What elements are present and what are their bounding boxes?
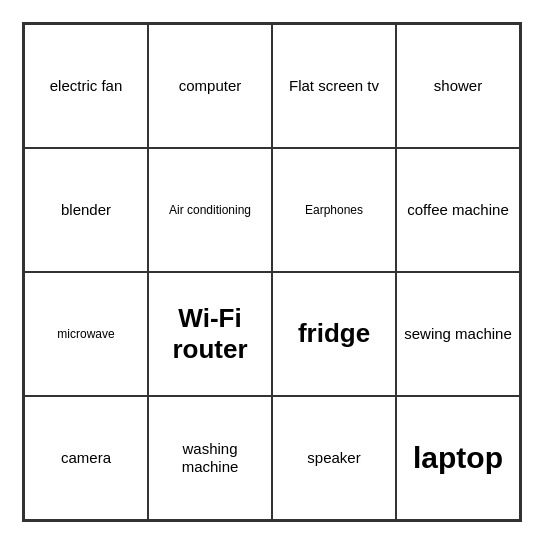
cell-label-r3c1: washing machine — [155, 440, 265, 476]
cell-label-r1c1: Air conditioning — [169, 203, 251, 217]
cell-label-r1c3: coffee machine — [407, 201, 508, 219]
cell-label-r2c0: microwave — [57, 327, 114, 341]
bingo-cell-r3c1: washing machine — [148, 396, 272, 520]
cell-label-r2c3: sewing machine — [404, 325, 512, 343]
cell-label-r0c3: shower — [434, 77, 482, 95]
cell-label-r2c2: fridge — [298, 318, 370, 349]
bingo-cell-r0c2: Flat screen tv — [272, 24, 396, 148]
cell-label-r3c3: laptop — [413, 440, 503, 476]
bingo-cell-r1c0: blender — [24, 148, 148, 272]
cell-label-r3c0: camera — [61, 449, 111, 467]
bingo-cell-r2c1: Wi-Fi router — [148, 272, 272, 396]
bingo-cell-r2c2: fridge — [272, 272, 396, 396]
bingo-cell-r0c3: shower — [396, 24, 520, 148]
bingo-cell-r2c0: microwave — [24, 272, 148, 396]
bingo-grid: electric fancomputerFlat screen tvshower… — [22, 22, 522, 522]
cell-label-r3c2: speaker — [307, 449, 360, 467]
bingo-cell-r2c3: sewing machine — [396, 272, 520, 396]
cell-label-r1c2: Earphones — [305, 203, 363, 217]
cell-label-r0c1: computer — [179, 77, 242, 95]
cell-label-r2c1: Wi-Fi router — [155, 303, 265, 365]
bingo-cell-r1c1: Air conditioning — [148, 148, 272, 272]
bingo-cell-r3c3: laptop — [396, 396, 520, 520]
cell-label-r1c0: blender — [61, 201, 111, 219]
bingo-cell-r3c0: camera — [24, 396, 148, 520]
bingo-cell-r1c3: coffee machine — [396, 148, 520, 272]
bingo-cell-r1c2: Earphones — [272, 148, 396, 272]
bingo-cell-r0c0: electric fan — [24, 24, 148, 148]
bingo-cell-r0c1: computer — [148, 24, 272, 148]
bingo-cell-r3c2: speaker — [272, 396, 396, 520]
cell-label-r0c2: Flat screen tv — [289, 77, 379, 95]
cell-label-r0c0: electric fan — [50, 77, 123, 95]
